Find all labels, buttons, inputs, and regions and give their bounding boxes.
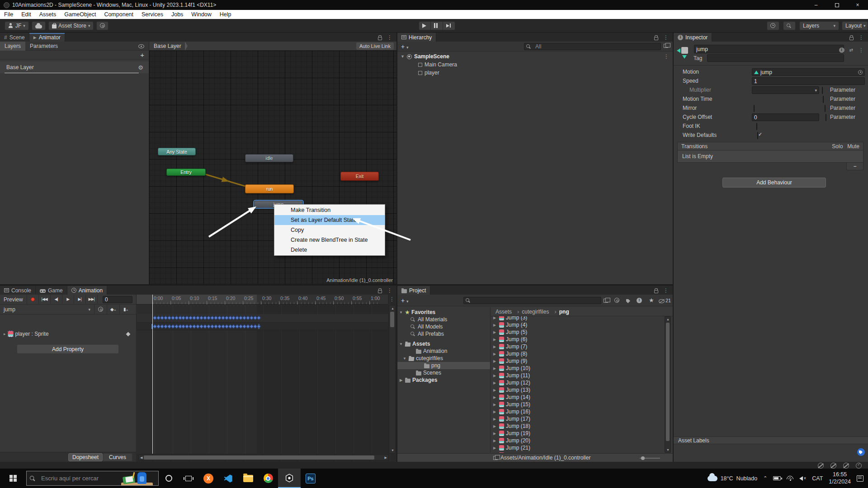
label-tag-button[interactable] xyxy=(857,448,865,456)
project-item[interactable]: ▶Jump (7) xyxy=(491,343,665,350)
object-picker-icon[interactable] xyxy=(858,70,863,75)
tab-hierarchy[interactable]: Hierarchy xyxy=(397,33,436,42)
project-item[interactable]: ▶Jump (19) xyxy=(491,430,665,437)
filter-keys-button[interactable] xyxy=(94,305,107,314)
auto-live-link-button[interactable]: Auto Live Link xyxy=(356,42,394,50)
lock-icon[interactable] xyxy=(378,290,382,293)
notification-icon[interactable] xyxy=(857,475,863,482)
tray-expand-icon[interactable]: ⌃ xyxy=(763,475,767,481)
panel-menu-icon[interactable]: ⋮ xyxy=(859,35,864,40)
panel-menu-icon[interactable]: ⋮ xyxy=(387,35,392,40)
add-behaviour-button[interactable]: Add Behaviour xyxy=(722,178,826,188)
mirror-parameter-checkbox[interactable] xyxy=(825,105,826,112)
transport-button[interactable]: |◀◀ xyxy=(39,295,51,304)
asset-labels-header[interactable]: Asset Labels xyxy=(674,436,868,444)
write-defaults-checkbox[interactable] xyxy=(757,132,758,139)
photoshop-button[interactable]: Ps xyxy=(301,469,321,488)
lock-icon[interactable] xyxy=(849,37,854,40)
project-item-list[interactable]: ▶Jump (3) ▶Jump (4) ▶Jump (5) ▶Jump (6) xyxy=(491,316,665,453)
project-item[interactable]: ▶Jump (3) xyxy=(491,316,665,321)
transport-button[interactable]: ▶▶| xyxy=(86,295,98,304)
import-log-icon[interactable] xyxy=(637,298,642,303)
state-node[interactable]: run xyxy=(245,184,294,193)
context-menu-item[interactable]: Make Transition xyxy=(274,205,385,215)
foot-ik-checkbox[interactable] xyxy=(756,123,757,130)
activity-ok-icon[interactable] xyxy=(856,463,862,469)
tree-item[interactable]: Animation xyxy=(397,347,490,355)
layers-dropdown[interactable]: Layers▾ xyxy=(799,21,839,30)
project-item[interactable]: ▶Jump (12) xyxy=(491,379,665,386)
keyframe-diamond[interactable] xyxy=(257,324,261,329)
search-by-label-icon[interactable] xyxy=(626,299,630,303)
keyframe-summary-row[interactable] xyxy=(137,314,388,322)
file-explorer-button[interactable] xyxy=(238,469,258,488)
scene-menu-icon[interactable]: ⋮ xyxy=(664,54,669,59)
hierarchy-search-input[interactable] xyxy=(533,43,642,50)
tab-animator[interactable]: ▶Animator xyxy=(29,33,65,42)
animator-graph[interactable]: Any StateidleEntryrunjumpExit Make Trans… xyxy=(149,51,396,284)
hidden-count-badge[interactable]: 21 xyxy=(659,298,671,303)
panel-menu-icon[interactable]: ⋮ xyxy=(387,288,392,293)
search-button[interactable] xyxy=(783,21,796,30)
mirror-checkbox[interactable] xyxy=(754,105,755,112)
keyframe-diamond[interactable] xyxy=(257,316,261,320)
tab-game[interactable]: Game xyxy=(36,286,67,295)
breadcrumb[interactable]: Base Layer xyxy=(149,43,181,49)
favorite-item[interactable]: All Prefabs xyxy=(397,330,490,338)
layer-item-base-layer[interactable]: Base Layer ⚙ xyxy=(0,61,149,73)
cycle-offset-field[interactable] xyxy=(752,113,819,121)
project-search-input[interactable] xyxy=(473,297,586,304)
help-icon[interactable] xyxy=(839,47,844,53)
dopesheet-menu-icon[interactable]: ⋮ xyxy=(389,296,395,302)
project-item[interactable]: ▶Jump (22) xyxy=(491,451,665,453)
keyboard-language[interactable]: CAT xyxy=(812,475,823,482)
clock[interactable]: 16:551/2/2024 xyxy=(829,471,851,485)
thumbnail-slider[interactable] xyxy=(640,458,660,459)
debugger-disabled-icon[interactable] xyxy=(818,463,824,469)
project-item[interactable]: ▶Jump (18) xyxy=(491,422,665,430)
context-menu-item[interactable]: Delete xyxy=(274,245,385,255)
favorites-filter-icon[interactable]: ★ xyxy=(649,297,654,304)
add-layer-button[interactable]: + xyxy=(140,51,144,59)
project-item[interactable]: ▶Jump (15) xyxy=(491,401,665,408)
speed-field[interactable] xyxy=(752,77,865,85)
tree-item[interactable]: Scenes xyxy=(397,369,490,376)
cortana-button[interactable] xyxy=(159,469,179,488)
favorite-item[interactable]: All Models xyxy=(397,323,490,330)
taskbar-search-input[interactable] xyxy=(39,475,116,482)
project-vscrollbar[interactable]: ▲ ▼ xyxy=(665,316,671,453)
tree-item[interactable]: png xyxy=(397,362,490,369)
add-property-button[interactable]: Add Property xyxy=(17,344,119,354)
undo-history-button[interactable] xyxy=(767,21,779,30)
menu-item[interactable]: Help xyxy=(216,10,236,19)
project-item[interactable]: ▶Jump (10) xyxy=(491,365,665,372)
add-event-button[interactable]: ▮₊ xyxy=(119,305,132,314)
dopesheet[interactable]: 0:000:050:100:150:200:250:300:350:400:45… xyxy=(137,295,396,462)
breadcrumb-segment[interactable]: cutegirlfiles xyxy=(522,308,559,315)
state-node[interactable]: idle xyxy=(245,154,293,162)
play-button[interactable] xyxy=(419,21,431,30)
scene-picker-icon[interactable] xyxy=(664,44,668,48)
chrome-button[interactable] xyxy=(258,469,278,488)
task-view-button[interactable] xyxy=(179,469,198,488)
add-keyframe-button[interactable]: ◆₊ xyxy=(107,305,119,314)
menu-item[interactable]: Jobs xyxy=(167,10,187,19)
multiplier-parameter-checkbox[interactable] xyxy=(822,87,823,94)
clip-dropdown[interactable]: jump▾ xyxy=(0,305,94,314)
hierarchy-row[interactable]: Main Camera xyxy=(397,61,673,69)
project-item[interactable]: ▶Jump (11) xyxy=(491,372,665,379)
create-button[interactable]: + ▾ xyxy=(397,43,409,50)
breadcrumb-segment[interactable]: Assets xyxy=(495,308,522,315)
motion-field[interactable]: jump xyxy=(752,68,865,76)
battery-icon[interactable] xyxy=(773,476,781,480)
hierarchy-row-scene[interactable]: ▼ SampleScene ⋮ xyxy=(397,52,673,61)
panel-menu-icon[interactable]: ⋮ xyxy=(663,288,669,293)
transport-button[interactable]: ◀| xyxy=(51,295,62,304)
tab-inspector[interactable]: Inspector xyxy=(674,33,712,42)
favorite-item[interactable]: All Materials xyxy=(397,316,490,323)
presets-icon[interactable]: ⇄ xyxy=(849,47,854,52)
context-menu-item[interactable]: Set as Layer Default State xyxy=(274,215,385,225)
layout-dropdown[interactable]: Layout▾ xyxy=(842,21,868,30)
search-by-type-icon[interactable] xyxy=(614,298,619,303)
create-button[interactable]: + ▾ xyxy=(397,297,409,304)
